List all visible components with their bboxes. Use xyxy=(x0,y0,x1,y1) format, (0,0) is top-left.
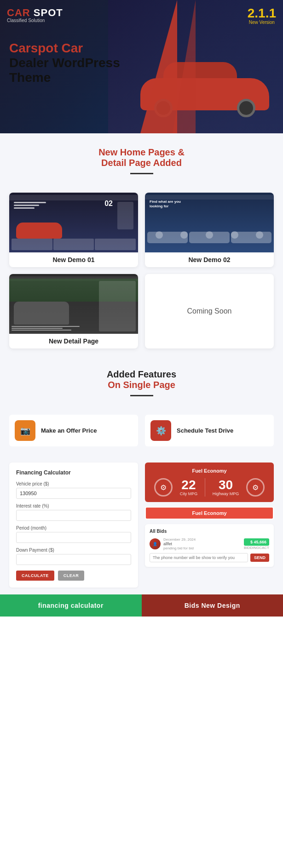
camera-icon: 📷 xyxy=(20,426,30,436)
demo-card-01[interactable]: 02 New Demo 01 xyxy=(9,193,138,267)
section-home-title: New Home Pages & Detail Page Added xyxy=(9,147,274,168)
demo-01-phone xyxy=(117,202,133,229)
thumb-1 xyxy=(12,239,52,250)
demo-02-label: New Demo 02 xyxy=(145,252,274,267)
features-heading: Added Features On Single Page xyxy=(9,367,274,408)
gear-right-icon: ⚙ xyxy=(252,483,259,492)
interest-rate-field: Interest rate (%) xyxy=(16,503,131,521)
vehicle-price-field: Vehicle price ($) xyxy=(16,481,131,499)
vehicle-price-input[interactable] xyxy=(16,488,131,499)
demo-01-text xyxy=(14,202,46,210)
detail-side-panel xyxy=(99,281,136,331)
demo-detail-image xyxy=(9,274,138,334)
fuel-divider xyxy=(205,478,205,497)
gear-icon: ⚙️ xyxy=(156,426,166,436)
bid-input-row: SEND xyxy=(150,553,269,562)
bid-pending-text: pending bid for bid xyxy=(163,546,241,550)
hero-section: CAR SPOT Classified Solution 2.1.1 New V… xyxy=(0,0,283,133)
test-drive-label: Schedule Test Drive xyxy=(177,427,233,434)
thumb-2 xyxy=(53,239,94,250)
calc-title: Financing Calculator xyxy=(16,469,131,476)
features-divider xyxy=(130,395,153,396)
bid-amount-block: $ 45,666 BIDDINGCACT xyxy=(244,538,269,550)
offer-price-icon-box: 📷 xyxy=(15,420,35,441)
period-label: Period (month) xyxy=(16,525,131,531)
brand-logo-1 xyxy=(156,231,163,239)
demo-card-02[interactable]: Find what are youlooking for New Demo 02 xyxy=(145,193,274,267)
offer-price-label: Make an Offer Price xyxy=(41,427,97,434)
fuel-right-icon: ⚙ xyxy=(246,478,265,497)
fuel-left-icon: ⚙ xyxy=(154,478,173,497)
bid-phone-input[interactable] xyxy=(150,553,248,562)
feature-test-drive: ⚙️ Schedule Test Drive xyxy=(145,415,274,446)
city-mpg-value: 22 xyxy=(180,479,198,491)
bids-title: All Bids xyxy=(150,529,269,534)
demo-card-detail[interactable]: New Detail Page xyxy=(9,274,138,348)
period-field: Period (month) xyxy=(16,525,131,543)
fuel-stats: ⚙ 22 City MPG 30 Highway MPG ⚙ xyxy=(150,478,268,497)
fuel-title: Fuel Economy xyxy=(150,468,268,474)
financing-calculator: Financing Calculator Vehicle price ($) I… xyxy=(9,463,138,588)
gear-left-icon: ⚙ xyxy=(160,483,167,492)
fuel-economy-card: Fuel Economy ⚙ 22 City MPG 30 Highway MP… xyxy=(145,463,274,502)
clear-button[interactable]: CLEAR xyxy=(58,571,85,581)
demo-01-car xyxy=(16,223,62,239)
feature-offer-price: 📷 Make an Offer Price xyxy=(9,415,138,446)
brand-logo-5 xyxy=(256,231,263,239)
highway-mpg-value: 30 xyxy=(213,479,239,491)
thumb-3 xyxy=(95,239,136,250)
bid-date: December 29, 2024 xyxy=(163,537,241,542)
vehicle-price-label: Vehicle price ($) xyxy=(16,481,131,486)
down-payment-label: Down Payment ($) xyxy=(16,548,131,553)
logo-spot: SPOT xyxy=(34,7,63,18)
highway-mpg-label: Highway MPG xyxy=(213,491,239,496)
demo-01-number: 02 xyxy=(104,200,113,208)
fuel-bids-side: Fuel Economy ⚙ 22 City MPG 30 Highway MP… xyxy=(145,463,274,588)
city-mpg-label: City MPG xyxy=(180,491,198,496)
fuel-economy-button[interactable]: Fuel Economy xyxy=(145,507,274,520)
down-payment-input[interactable] xyxy=(16,554,131,565)
period-input[interactable] xyxy=(16,532,131,543)
version-badge: 2.1.1 New Version xyxy=(248,7,276,25)
bid-avatar-image: 👤 xyxy=(150,538,161,549)
hero-title-black: Dealer WordPressTheme xyxy=(9,56,120,85)
interest-rate-input[interactable] xyxy=(16,510,131,521)
bid-status: BIDDINGCACT xyxy=(244,546,269,550)
financing-calculator-banner[interactable]: financing calculator xyxy=(0,594,142,617)
hero-title-red: Carspot Car xyxy=(9,41,120,56)
demo-01-image: 02 xyxy=(9,193,138,252)
demo-01-label: New Demo 01 xyxy=(9,252,138,267)
brand-logo-4 xyxy=(231,231,238,239)
demo-grid: 02 New Demo 01 Find what are youlooking … xyxy=(0,188,283,358)
brand-logos xyxy=(147,231,271,239)
down-payment-field: Down Payment ($) xyxy=(16,548,131,565)
highway-mpg-block: 30 Highway MPG xyxy=(213,479,239,496)
coming-soon-text: Coming Soon xyxy=(178,298,241,325)
main-content: Financing Calculator Vehicle price ($) I… xyxy=(0,456,283,594)
version-number: 2.1.1 xyxy=(248,7,276,20)
bids-new-design-banner[interactable]: Bids New Design xyxy=(142,594,283,617)
car-wheel-right xyxy=(237,99,255,117)
demo-02-nav xyxy=(145,195,274,200)
brand-logo-2 xyxy=(180,231,188,239)
section-home-heading: New Home Pages & Detail Page Added xyxy=(0,133,283,188)
features-grid: 📷 Make an Offer Price ⚙️ Schedule Test D… xyxy=(9,415,274,446)
test-drive-icon-box: ⚙️ xyxy=(150,420,171,441)
section-divider xyxy=(130,173,153,174)
calculate-button[interactable]: CALCULATE xyxy=(16,571,54,581)
features-section: Added Features On Single Page 📷 Make an … xyxy=(0,358,283,456)
bid-name: allfet xyxy=(163,542,241,546)
bottom-banners: financing calculator Bids New Design xyxy=(0,594,283,617)
version-label: New Version xyxy=(248,20,276,25)
demo-detail-label: New Detail Page xyxy=(9,334,138,348)
detail-car xyxy=(14,302,69,325)
demo-01-nav xyxy=(9,195,138,200)
demo-card-coming-soon: Coming Soon xyxy=(145,274,274,348)
features-title: Added Features On Single Page xyxy=(9,369,274,390)
hero-red-shape2 xyxy=(173,0,196,133)
bid-submit-button[interactable]: SEND xyxy=(250,554,269,562)
bid-row: 👤 December 29, 2024 allfet pending bid f… xyxy=(150,537,269,550)
bid-info: December 29, 2024 allfet pending bid for… xyxy=(163,537,241,550)
logo-car: CAR xyxy=(7,7,30,18)
logo: CAR SPOT Classified Solution xyxy=(7,7,63,23)
